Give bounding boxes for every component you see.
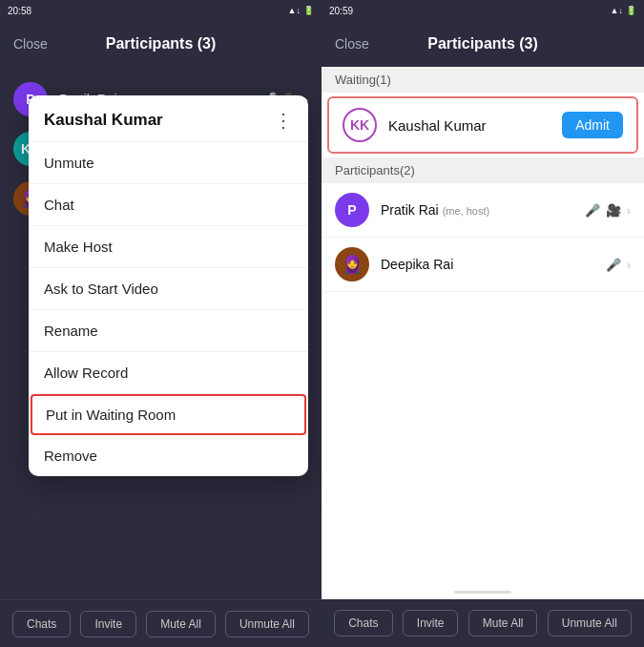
left-unmute-all-button[interactable]: Unmute All — [225, 611, 309, 637]
right-mute-all-button[interactable]: Mute All — [468, 610, 538, 637]
left-mute-all-button[interactable]: Mute All — [146, 611, 216, 637]
menu-item-remove[interactable]: Remove — [29, 435, 308, 476]
mute-icon: 🎤 — [606, 258, 621, 272]
participant-name: Pratik Rai(me, host) — [381, 202, 573, 218]
right-chats-button[interactable]: Chats — [334, 610, 392, 637]
right-signal-icon: ▲↓ — [611, 6, 623, 15]
list-item: 🧕 Deepika Rai 🎤 › — [322, 238, 644, 292]
menu-item-chat[interactable]: Chat — [29, 184, 308, 226]
menu-person-name: Kaushal Kumar — [44, 111, 163, 130]
left-status-bar: 20:58 ▲↓ 🔋 — [0, 0, 322, 21]
context-menu: Kaushal Kumar ⋮ Unmute Chat Make Host As… — [29, 95, 308, 476]
left-invite-button[interactable]: Invite — [80, 611, 136, 637]
right-content: Waiting(1) KK Kaushal Kumar Admit Partic… — [322, 67, 644, 585]
more-options-icon[interactable]: ⋮ — [274, 109, 293, 132]
avatar: P — [335, 193, 369, 227]
waiting-avatar: KK — [343, 108, 377, 142]
participants-section-label: Participants(2) — [322, 157, 644, 183]
chevron-right-icon: › — [627, 203, 631, 218]
chevron-right-icon: › — [627, 258, 631, 272]
menu-item-waiting-room[interactable]: Put in Waiting Room — [31, 394, 306, 435]
right-panel-title: Participants (3) — [427, 35, 538, 52]
menu-item-ask-video[interactable]: Ask to Start Video — [29, 268, 308, 310]
waiting-person-name: Kaushal Kumar — [388, 117, 551, 134]
scroll-indicator — [454, 591, 511, 594]
left-bottom-bar: Chats Invite Mute All Unmute All — [0, 599, 322, 647]
left-status-icons: ▲↓ 🔋 — [288, 6, 314, 15]
admit-button[interactable]: Admit — [562, 112, 623, 138]
menu-item-rename[interactable]: Rename — [29, 310, 308, 352]
menu-header: Kaushal Kumar ⋮ — [29, 95, 308, 142]
mute-icon: 🎤 — [585, 203, 600, 218]
left-header: Close Participants (3) — [0, 21, 322, 67]
menu-item-unmute[interactable]: Unmute — [29, 142, 308, 184]
left-battery-icon: 🔋 — [303, 6, 314, 15]
participant-name: Deepika Rai — [381, 257, 594, 272]
right-time: 20:59 — [329, 6, 353, 16]
right-invite-button[interactable]: Invite — [403, 610, 459, 637]
avatar: 🧕 — [335, 247, 369, 282]
left-time: 20:58 — [8, 6, 31, 16]
menu-item-allow-record[interactable]: Allow Record — [29, 352, 308, 394]
left-signal-icon: ▲↓ — [288, 6, 301, 15]
right-bottom-bar: Chats Invite Mute All Unmute All — [322, 599, 644, 647]
participant-icons: 🎤 › — [606, 258, 631, 272]
list-item: P Pratik Rai(me, host) 🎤 🎥 › — [322, 183, 644, 238]
video-off-icon: 🎥 — [606, 203, 621, 218]
left-panel-title: Participants (3) — [106, 35, 217, 52]
waiting-room-item: KK Kaushal Kumar Admit — [327, 96, 638, 154]
right-status-bar: 20:59 ▲↓ 🔋 — [322, 0, 644, 21]
right-status-icons: ▲↓ 🔋 — [611, 6, 636, 15]
menu-item-make-host[interactable]: Make Host — [29, 226, 308, 268]
right-close-button[interactable]: Close — [335, 36, 369, 52]
participant-icons: 🎤 🎥 › — [585, 203, 631, 218]
right-battery-icon: 🔋 — [626, 6, 636, 15]
right-panel: 20:59 ▲↓ 🔋 Close Participants (3) Waitin… — [322, 0, 644, 647]
right-unmute-all-button[interactable]: Unmute All — [548, 610, 632, 637]
left-close-button[interactable]: Close — [13, 36, 48, 52]
left-panel: 20:58 ▲↓ 🔋 Close Participants (3) P Prat… — [0, 0, 322, 647]
waiting-section-label: Waiting(1) — [322, 67, 644, 93]
left-chats-button[interactable]: Chats — [12, 611, 71, 637]
right-header: Close Participants (3) — [322, 21, 644, 67]
